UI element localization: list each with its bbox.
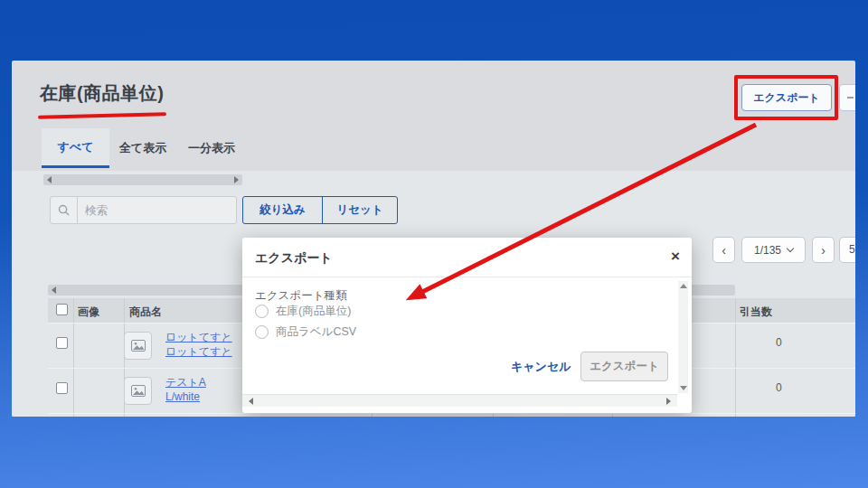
dash-icon [847, 97, 854, 99]
radio-option-stock-per-product[interactable]: 在庫(商品単位) [255, 304, 351, 319]
search-icon [51, 197, 78, 223]
radio-option-product-label-csv[interactable]: 商品ラベルCSV [255, 324, 356, 340]
product-link[interactable]: テストA [165, 375, 206, 389]
scroll-left-icon[interactable] [249, 398, 253, 405]
app-window: 在庫(商品単位) エクスポート すべて 全て表示 一分表示 絞り込み リセット … [12, 61, 855, 417]
product-link[interactable]: ロットてすと [165, 344, 232, 359]
tab-all[interactable]: すべて [42, 128, 109, 168]
dialog-vertical-scrollbar[interactable] [678, 281, 688, 393]
product-image-button[interactable] [124, 377, 152, 405]
product-link[interactable]: ロットてすと [165, 330, 232, 344]
scroll-right-icon[interactable] [234, 176, 239, 183]
more-button-partial[interactable] [839, 84, 855, 111]
pagination-next-button[interactable]: › [812, 237, 835, 263]
radio-icon[interactable] [255, 305, 269, 318]
scroll-left-icon[interactable] [52, 286, 56, 294]
page-indicator: 1/135 [754, 244, 781, 257]
radio-icon[interactable] [255, 325, 269, 339]
column-header-image: 画像 [78, 305, 99, 320]
search-input[interactable] [78, 204, 236, 217]
allocated-value: 0 [776, 381, 782, 394]
filter-button-group: 絞り込み リセット [242, 196, 398, 224]
image-icon [131, 340, 146, 352]
select-all-checkbox[interactable] [56, 304, 68, 315]
close-icon[interactable]: × [671, 246, 680, 267]
tabs-horizontal-scrollbar[interactable] [43, 174, 242, 185]
chevron-down-icon [787, 245, 794, 252]
search-box [50, 196, 237, 224]
allocated-value: 0 [776, 336, 782, 349]
image-icon [131, 385, 146, 397]
pagination-page-dropdown[interactable]: 1/135 [741, 237, 806, 263]
pagination-prev-button[interactable]: ‹ [712, 237, 735, 263]
scroll-right-icon[interactable] [666, 398, 671, 405]
red-underline-annotation [38, 112, 166, 118]
dialog-export-button[interactable]: エクスポート [580, 352, 668, 381]
tab-show-partial[interactable]: 一分表示 [182, 128, 241, 168]
product-link[interactable]: L/white [165, 389, 200, 404]
per-page-button[interactable]: 50件 [839, 237, 855, 263]
row-checkbox[interactable] [56, 382, 68, 394]
tab-show-all[interactable]: 全て表示 [113, 128, 173, 168]
cancel-button[interactable]: キャンセル [511, 359, 571, 375]
column-header-name: 商品名 [129, 305, 162, 320]
export-type-label: エクスポート種類 [255, 288, 346, 304]
table-row: テスト [48, 413, 855, 417]
page-title: 在庫(商品単位) [40, 81, 164, 106]
export-dialog: エクスポート × エクスポート種類 在庫(商品単位) 商品ラベルCSV キャンセ… [242, 238, 692, 413]
scroll-down-icon[interactable] [680, 386, 687, 390]
export-button[interactable]: エクスポート [741, 84, 832, 111]
scroll-left-icon[interactable] [47, 176, 52, 183]
product-image-button[interactable] [124, 332, 152, 360]
dialog-title: エクスポート [255, 250, 333, 267]
dialog-horizontal-scrollbar[interactable] [242, 394, 677, 407]
dialog-divider [242, 277, 692, 277]
filter-button[interactable]: 絞り込み [243, 197, 323, 223]
scroll-up-icon[interactable] [680, 284, 687, 288]
reset-button[interactable]: リセット [323, 197, 397, 223]
row-checkbox[interactable] [56, 337, 68, 349]
column-header-allocated: 引当数 [740, 305, 772, 320]
